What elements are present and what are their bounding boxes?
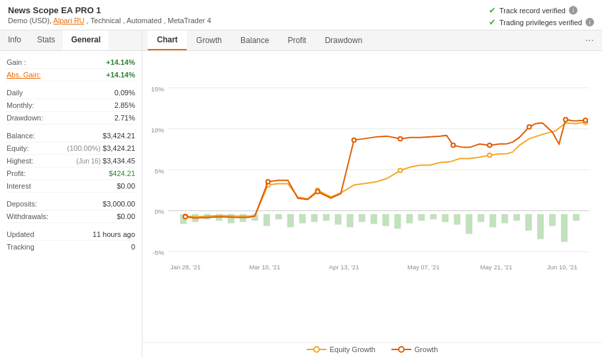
stats-panel: Gain : +14.14% Abs. Gain: +14.14% Daily … [0,51,142,258]
updated-value: 11 hours ago [93,230,135,238]
svg-text:10%: 10% [151,126,164,134]
daily-row: Daily 0.09% [7,87,135,99]
deposits-label: Deposits: [7,200,37,208]
svg-rect-31 [347,214,354,227]
chart-svg: 15% 10% 5% 0% -5% Jan 28, '21 Mar 10, '2… [146,58,595,339]
svg-text:0%: 0% [155,208,165,215]
updated-label: Updated [7,230,34,238]
chart-tab-balance[interactable]: Balance [231,30,278,50]
profit-label: Profit: [7,169,26,177]
svg-rect-46 [525,214,532,230]
svg-text:Apr 13, '21: Apr 13, '21 [329,263,360,271]
tracking-row: Tracking 0 [7,241,135,253]
abs-gain-link[interactable]: Abs. Gain: [7,71,40,79]
abs-gain-row: Abs. Gain: +14.14% [7,69,135,81]
chart-tabs: Chart Growth Balance Profit Drawdown [148,30,372,50]
gain-value: +14.14% [106,58,135,66]
svg-rect-34 [382,214,389,226]
more-options-button[interactable]: ··· [583,32,597,49]
svg-point-63 [487,144,491,148]
svg-point-70 [399,347,404,352]
chart-tab-chart[interactable]: Chart [148,30,187,50]
svg-point-61 [398,137,402,141]
daily-label: Daily [7,89,23,97]
chart-area: 15% 10% 5% 0% -5% Jan 28, '21 Mar 10, '2… [142,51,602,342]
abs-gain-value: +14.14% [106,71,135,79]
svg-point-64 [527,125,531,129]
svg-rect-36 [406,214,413,223]
tab-stats[interactable]: Stats [29,30,63,50]
svg-text:May 07, '21: May 07, '21 [407,263,440,271]
chart-tab-profit[interactable]: Profit [278,30,315,50]
balance-value: $3,424.21 [103,132,135,140]
legend-equity: Equity Growth [307,345,376,353]
interest-row: Interest $0.00 [7,180,135,193]
header-right: ✔ Track record verified i ✔ Trading priv… [489,5,594,27]
updated-row: Updated 11 hours ago [7,228,135,241]
tab-info[interactable]: Info [0,30,29,50]
svg-point-59 [316,190,320,194]
chart-tabs-row: Chart Growth Balance Profit Drawdown ··· [142,30,602,51]
interest-value: $0.00 [117,182,135,190]
drawdown-value: 2.71% [115,114,135,122]
svg-rect-35 [394,214,401,228]
header: News Scope EA PRO 1 Demo (USD), Alpari R… [0,0,602,30]
svg-rect-38 [430,214,436,219]
svg-point-62 [451,144,455,148]
svg-rect-45 [513,214,520,220]
balance-row: Balance: $3,424.21 [7,130,135,142]
svg-point-58 [266,180,270,184]
svg-rect-26 [287,214,294,227]
svg-rect-30 [335,214,342,224]
svg-text:Jun 10, '21: Jun 10, '21 [547,263,577,271]
deposits-value: $3,000.00 [103,200,135,208]
svg-point-57 [183,214,187,218]
broker-link[interactable]: Alpari RU [53,17,84,24]
svg-rect-32 [359,214,366,222]
svg-text:Jan 28, '21: Jan 28, '21 [170,263,201,271]
highest-label: Highest: [7,157,33,165]
tracking-value: 0 [131,243,135,251]
monthly-value: 2.85% [115,101,135,109]
withdrawals-row: Withdrawals: $0.00 [7,210,135,223]
gain-label: Gain : [7,58,26,66]
right-panel: Chart Growth Balance Profit Drawdown ···… [142,30,602,357]
info-icon-2[interactable]: i [585,18,594,26]
check-icon-1: ✔ [489,5,496,15]
highest-value: (Jun 16) $3,434.45 [76,157,135,165]
svg-rect-33 [371,214,377,224]
tracking-label: Tracking [7,243,34,251]
svg-rect-50 [573,214,579,220]
highest-row: Highest: (Jun 16) $3,434.45 [7,155,135,167]
profit-row: Profit: $424.21 [7,167,135,180]
chart-tab-drawdown[interactable]: Drawdown [315,30,372,50]
info-icon-1[interactable]: i [569,6,577,15]
page-title: News Scope EA PRO 1 [8,5,211,15]
equity-value: (100.00%) $3,424.21 [67,144,135,152]
header-subtitle: Demo (USD), Alpari RU , Technical , Auto… [8,17,211,24]
monthly-row: Monthly: 2.85% [7,99,135,112]
trading-privileges-verified: ✔ Trading privileges verified i [489,17,594,27]
left-tabs: Info Stats General [0,30,142,51]
svg-rect-28 [311,214,318,222]
profit-value: $424.21 [109,169,135,177]
tab-general[interactable]: General [63,30,109,50]
svg-rect-42 [477,214,484,222]
equity-label: Equity: [7,144,29,152]
drawdown-label: Drawdown: [7,114,43,122]
svg-rect-48 [549,214,556,226]
svg-text:Mar 10, '21: Mar 10, '21 [249,263,280,271]
legend-growth: Growth [391,345,438,353]
chart-legend: Equity Growth Growth [142,342,602,357]
svg-rect-40 [454,214,460,224]
svg-rect-25 [276,214,282,219]
chart-tab-growth[interactable]: Growth [187,30,231,50]
equity-row: Equity: (100.00%) $3,424.21 [7,142,135,155]
track-record-verified: ✔ Track record verified i [489,5,594,15]
svg-point-65 [564,118,568,122]
svg-rect-49 [561,214,568,242]
deposits-row: Deposits: $3,000.00 [7,198,135,210]
withdrawals-label: Withdrawals: [7,212,48,220]
svg-rect-44 [501,214,508,223]
withdrawals-value: $0.00 [117,212,135,220]
